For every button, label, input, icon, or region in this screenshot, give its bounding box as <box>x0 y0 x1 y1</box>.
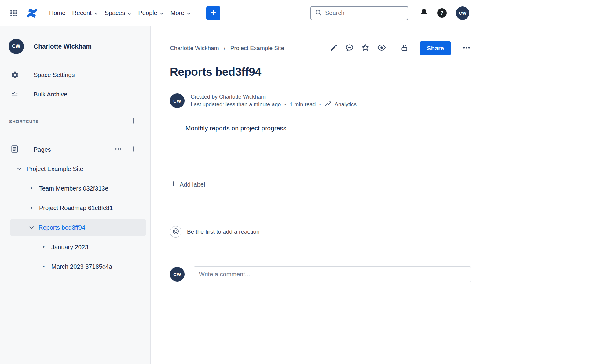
add-reaction-button[interactable] <box>170 226 181 238</box>
nav-item-spaces[interactable]: Spaces <box>101 6 135 20</box>
read-time-text: 1 min read <box>290 101 316 108</box>
comment-section: CW <box>170 266 471 282</box>
pages-heading: Pages <box>34 146 51 153</box>
add-shortcut-button[interactable] <box>130 117 137 126</box>
help-button[interactable]: ? <box>437 8 447 18</box>
gear-icon <box>10 71 19 79</box>
pencil-icon <box>330 44 338 53</box>
tree-item-label: January 2023 <box>51 244 88 251</box>
sidebar-item-bulk-archive[interactable]: Bulk Archive <box>0 85 150 104</box>
bullet-glyph: • <box>29 205 34 211</box>
smiley-icon <box>172 228 179 236</box>
plus-icon <box>210 9 217 17</box>
eye-icon <box>377 43 386 53</box>
analytics-label: Analytics <box>335 101 357 108</box>
tree-item-label: Reports bed3ff94 <box>38 224 85 231</box>
nav-more-label: More <box>170 9 185 16</box>
created-by-text: Created by Charlotte Wickham <box>191 94 357 100</box>
nav-item-people[interactable]: People <box>135 6 167 20</box>
watch-button[interactable] <box>377 43 386 53</box>
dot-separator: • <box>319 102 321 107</box>
inline-comment-button[interactable] <box>345 43 354 53</box>
content-divider <box>170 246 471 246</box>
nav-people-label: People <box>138 9 157 16</box>
search-input[interactable] <box>325 9 404 16</box>
pages-actions <box>114 145 137 154</box>
app-switcher-icon[interactable] <box>10 9 18 17</box>
notifications-button[interactable] <box>420 8 428 18</box>
reaction-prompt: Be the first to add a reaction <box>187 228 260 235</box>
nav-item-home[interactable]: Home <box>46 6 69 20</box>
search-box[interactable] <box>310 6 408 20</box>
shortcuts-section-header: SHORTCUTS <box>0 117 150 126</box>
page-byline: CW Created by Charlotte Wickham Last upd… <box>170 93 471 109</box>
create-button[interactable] <box>206 6 220 20</box>
topbar-right-actions: ? CW <box>420 6 469 20</box>
nav-item-more[interactable]: More <box>167 6 194 20</box>
breadcrumb-space[interactable]: Project Example Site <box>230 45 284 52</box>
confluence-app: Home Recent Spaces People More <box>0 0 597 364</box>
more-actions-button[interactable] <box>462 43 471 53</box>
analytics-link[interactable]: Analytics <box>324 100 357 109</box>
chevron-down-icon <box>127 12 131 15</box>
checklist-icon <box>10 90 19 98</box>
share-button[interactable]: Share <box>420 41 451 55</box>
restrictions-button[interactable] <box>400 44 408 53</box>
sidebar-item-space-settings[interactable]: Space Settings <box>0 65 150 85</box>
tree-item-label: March 2023 37185c4a <box>51 263 112 270</box>
space-avatar: CW <box>9 39 24 54</box>
comment-input[interactable] <box>194 266 471 282</box>
tree-item-team-members[interactable]: • Team Members 032f313e <box>0 179 150 198</box>
bullet-glyph: • <box>29 185 34 192</box>
tree-item-reports-selected[interactable]: Reports bed3ff94 <box>10 219 146 236</box>
analytics-chart-icon <box>324 100 332 109</box>
nav-home-label: Home <box>49 9 65 16</box>
primary-nav: Home Recent Spaces People More <box>46 6 194 20</box>
plus-icon <box>170 180 177 189</box>
page-toolbar: Charlotte Wickham / Project Example Site <box>170 41 471 55</box>
nav-recent-label: Recent <box>72 9 91 16</box>
add-label-text: Add label <box>180 181 205 188</box>
top-navigation-bar: Home Recent Spaces People More <box>0 0 475 26</box>
dot-separator: • <box>284 102 286 107</box>
tree-item-march-2023[interactable]: • March 2023 37185c4a <box>0 257 150 276</box>
chevron-down-icon <box>187 12 191 15</box>
tree-item-project-example-site[interactable]: Project Example Site <box>0 159 150 179</box>
pages-icon <box>10 145 19 155</box>
star-icon <box>361 43 370 53</box>
breadcrumb-space-owner[interactable]: Charlotte Wickham <box>170 45 219 52</box>
unlock-icon <box>400 44 408 53</box>
sidebar-item-label: Bulk Archive <box>34 91 67 98</box>
pages-more-button[interactable] <box>114 145 122 154</box>
reactions-section: Be the first to add a reaction <box>170 226 471 238</box>
chevron-down-icon[interactable] <box>17 167 22 170</box>
edit-button[interactable] <box>330 44 338 53</box>
bell-icon <box>420 12 428 17</box>
tree-item-label: Team Members 032f313e <box>39 185 108 192</box>
breadcrumb-separator: / <box>224 45 225 52</box>
chevron-down-icon <box>160 12 164 15</box>
add-page-button[interactable] <box>130 145 137 154</box>
comment-bubble-icon <box>345 43 354 53</box>
profile-avatar[interactable]: CW <box>456 6 469 20</box>
nav-item-recent[interactable]: Recent <box>69 6 101 20</box>
question-mark-icon: ? <box>440 10 443 16</box>
search-icon <box>315 9 322 17</box>
tree-item-january-2023[interactable]: • January 2023 <box>0 237 150 257</box>
plus-icon <box>130 149 137 154</box>
tree-item-label: Project Example Site <box>27 166 83 173</box>
tree-item-project-roadmap[interactable]: • Project Roadmap 61c8fc81 <box>0 198 150 218</box>
ellipsis-icon <box>462 43 471 53</box>
page-body-text: Monthly reports on project progress <box>185 124 471 133</box>
sidebar-menu: Space Settings Bulk Archive <box>0 65 150 104</box>
chevron-down-icon[interactable] <box>29 226 34 229</box>
page-content-area: Charlotte Wickham / Project Example Site <box>151 26 597 364</box>
confluence-logo[interactable] <box>26 7 38 20</box>
chevron-down-icon <box>94 12 98 15</box>
add-label-button[interactable]: Add label <box>170 180 205 189</box>
breadcrumb: Charlotte Wickham / Project Example Site <box>170 45 284 52</box>
space-header[interactable]: CW Charlotte Wickham <box>0 39 150 54</box>
space-name: Charlotte Wickham <box>34 43 92 50</box>
star-button[interactable] <box>361 43 370 53</box>
pages-section-header[interactable]: Pages <box>0 140 150 159</box>
